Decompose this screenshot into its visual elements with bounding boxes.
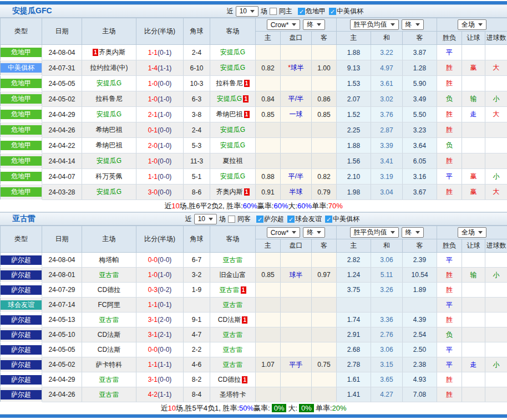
home-team-name[interactable]: CD法斯 bbox=[98, 331, 120, 339]
corner-score: 2-4 bbox=[184, 122, 210, 138]
home-team-name[interactable]: 希纳巴祖 bbox=[96, 126, 123, 134]
goals-result-text: 大 bbox=[493, 110, 500, 118]
scope-select[interactable]: 全场 bbox=[458, 19, 486, 30]
league-type-cell: 危地甲 bbox=[1, 122, 42, 138]
away-team-name[interactable]: 安提瓜G bbox=[220, 126, 245, 134]
same-venue-checkbox[interactable] bbox=[270, 8, 277, 15]
home-team-name[interactable]: 萨卡特科 bbox=[96, 361, 123, 368]
crow-away-odds: 0.79 bbox=[312, 185, 337, 200]
away-team-name[interactable]: 亚古雷 bbox=[223, 346, 243, 354]
result-text: 胜 bbox=[446, 286, 453, 294]
away-team-name[interactable]: 希纳巴祖 bbox=[216, 110, 243, 118]
goals-result-cell bbox=[485, 76, 507, 91]
away-team-name[interactable]: 亚古雷 bbox=[220, 286, 240, 294]
home-team-name[interactable]: 亚古雷 bbox=[99, 391, 119, 398]
away-team-name[interactable]: 安提瓜G bbox=[220, 172, 245, 180]
avg-time-select[interactable]: 终 bbox=[402, 227, 424, 238]
home-team-name[interactable]: 梅塔帕 bbox=[99, 256, 119, 264]
sub-header-result: 胜负 bbox=[437, 239, 462, 253]
result-text: 胜 bbox=[446, 79, 453, 87]
match-score: 0-0(0-0) bbox=[136, 253, 184, 268]
odds-time-select[interactable]: 终 bbox=[303, 227, 325, 238]
league-type-cell: 萨尔超 bbox=[1, 253, 42, 268]
away-team-name[interactable]: 安提瓜G bbox=[220, 141, 245, 149]
home-team-name[interactable]: 亚古雷 bbox=[99, 271, 119, 279]
home-team-name[interactable]: 安提瓜G bbox=[97, 157, 121, 165]
away-team-name[interactable]: 安提瓜G bbox=[220, 64, 245, 71]
home-team-name[interactable]: 科万英佩 bbox=[96, 172, 123, 180]
near-count-select[interactable]: 10 bbox=[194, 214, 217, 224]
home-team-name[interactable]: 安提瓜G bbox=[97, 110, 121, 118]
result-text: 胜 bbox=[446, 188, 453, 196]
away-team-name[interactable]: 圣塔特卡 bbox=[220, 391, 246, 398]
away-team-name[interactable]: 亚古雷 bbox=[223, 331, 243, 339]
chevron-down-icon bbox=[292, 231, 296, 234]
chevron-down-icon bbox=[317, 231, 321, 234]
league-filter-checkbox[interactable]: ✓ bbox=[329, 8, 336, 15]
avg-away-odds: 3.87 bbox=[403, 45, 437, 60]
away-team-name[interactable]: 亚古雷 bbox=[223, 301, 243, 309]
match-home-team: 安提瓜G bbox=[82, 185, 136, 200]
avg-away-odds: 6.05 bbox=[403, 153, 437, 169]
home-team-name[interactable]: 齐奥内斯 bbox=[99, 48, 125, 56]
away-team-name[interactable]: CD德拉 bbox=[218, 376, 241, 383]
league-filters: ✓危地甲✓中美俱杯 bbox=[295, 7, 363, 16]
away-team-name[interactable]: 齐奥内斯 bbox=[216, 188, 243, 196]
home-team-name[interactable]: 希纳巴祖 bbox=[96, 141, 123, 149]
goals-result-cell: 大 bbox=[485, 107, 507, 122]
chevron-down-icon bbox=[415, 23, 420, 26]
match-row: 危地甲24-04-29安提瓜G2-1(1-0)3-8希纳巴祖10.85一球0.8… bbox=[1, 107, 507, 122]
odds-source-select[interactable]: Crow* bbox=[267, 227, 301, 238]
away-team-name[interactable]: CD法斯 bbox=[218, 316, 241, 324]
crow-handicap bbox=[281, 153, 312, 169]
league-type-cell: 危地甲 bbox=[1, 185, 42, 200]
crow-away-odds bbox=[312, 122, 337, 138]
avg-time-select[interactable]: 终 bbox=[402, 19, 424, 30]
home-team-name[interactable]: 拉约拉港(中) bbox=[90, 64, 128, 71]
chevron-down-icon bbox=[415, 231, 420, 234]
avg-type-select[interactable]: 胜平负均值 bbox=[350, 19, 399, 30]
league-filter-checkbox[interactable]: ✓ bbox=[325, 216, 332, 223]
crow-home-odds bbox=[256, 138, 281, 153]
result-text: 平 bbox=[446, 361, 453, 368]
home-team-name[interactable]: CD法斯 bbox=[98, 346, 120, 354]
home-team-name[interactable]: CD德拉 bbox=[98, 286, 120, 294]
match-home-team: CD法斯 bbox=[82, 342, 136, 357]
match-away-team: 安提瓜G bbox=[210, 169, 256, 185]
match-home-team: 希纳巴祖 bbox=[82, 122, 136, 138]
home-team-name[interactable]: 安提瓜G bbox=[97, 79, 121, 87]
match-score: 2-1(1-0) bbox=[136, 107, 184, 122]
avg-draw-odds: 3.15 bbox=[371, 357, 403, 372]
near-count-select[interactable]: 10 bbox=[236, 6, 258, 17]
match-away-team: 圣塔特卡 bbox=[210, 387, 256, 402]
same-venue-checkbox[interactable] bbox=[228, 216, 235, 223]
away-team-name[interactable]: 安提瓜G bbox=[217, 95, 242, 103]
league-filter-checkbox[interactable]: ✓ bbox=[287, 216, 295, 223]
home-team-name[interactable]: 亚古雷 bbox=[99, 376, 119, 383]
home-team-name[interactable]: FC阿里 bbox=[98, 301, 120, 309]
league-filter-label: 危地甲 bbox=[306, 7, 326, 16]
home-team-name[interactable]: 拉科鲁尼 bbox=[96, 95, 123, 103]
away-team-name[interactable]: 亚古雷 bbox=[223, 361, 243, 368]
match-away-team: 安提瓜G bbox=[210, 60, 256, 76]
handicap-result-cell bbox=[462, 327, 485, 342]
away-team-name[interactable]: 拉科鲁尼 bbox=[216, 79, 243, 87]
league-filter-checkbox[interactable]: ✓ bbox=[298, 8, 305, 15]
odds-time-select[interactable]: 终 bbox=[303, 19, 325, 30]
away-team-name[interactable]: 夏拉祖 bbox=[223, 157, 243, 165]
away-team-name[interactable]: 旧金山富 bbox=[220, 271, 246, 279]
goals-result-text: 小 bbox=[493, 271, 500, 279]
home-team-name[interactable]: 安提瓜G bbox=[97, 188, 121, 196]
avg-away-odds: 2.39 bbox=[403, 253, 437, 268]
fulltime-score: 2-1 bbox=[148, 111, 158, 119]
avg-home-odds: 1.88 bbox=[337, 138, 371, 153]
avg-draw-odds: 3.04 bbox=[371, 185, 403, 200]
odds-source-select[interactable]: Crow* bbox=[267, 19, 301, 30]
result-cell: 负 bbox=[437, 138, 462, 153]
home-team-name[interactable]: 亚古雷 bbox=[99, 316, 119, 324]
away-team-name[interactable]: 亚古雷 bbox=[223, 256, 243, 264]
avg-type-select[interactable]: 胜平负均值 bbox=[350, 227, 399, 238]
away-team-name[interactable]: 安提瓜G bbox=[220, 48, 245, 56]
scope-select[interactable]: 全场 bbox=[458, 227, 486, 238]
league-filter-checkbox[interactable]: ✓ bbox=[256, 216, 263, 223]
